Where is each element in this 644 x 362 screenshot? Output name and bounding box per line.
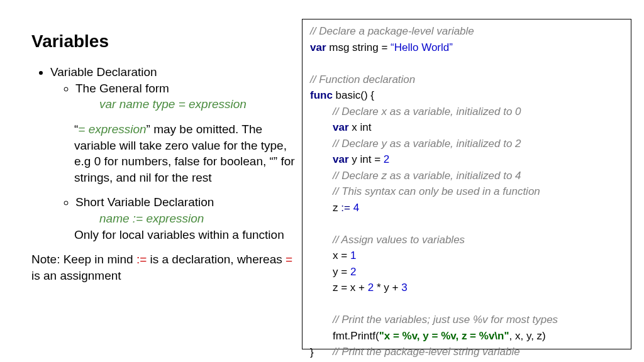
code-line: // Declare x as a variable, initialized … bbox=[310, 104, 623, 120]
code-line: var msg string = “Hello World” bbox=[310, 40, 623, 56]
code-blank-line bbox=[310, 55, 623, 72]
bullet-list-level1: Variable Declaration bbox=[31, 64, 296, 80]
code-line: func basic() { bbox=[310, 87, 623, 104]
code-panel: // Declare a package-level variable var … bbox=[302, 19, 631, 349]
code-line: // Declare z as a variable, initialized … bbox=[310, 168, 623, 184]
short-form-explanation: Only for local variables within a functi… bbox=[31, 227, 296, 243]
bullet-variable-declaration: Variable Declaration bbox=[50, 64, 296, 80]
general-form-syntax: var name type = expression bbox=[31, 96, 296, 112]
slide-left-column: Variables Variable Declaration The Gener… bbox=[13, 19, 302, 349]
slide-title: Variables bbox=[31, 31, 296, 52]
code-line: // Print the variables; just use %v for … bbox=[310, 312, 623, 328]
code-line: // Declare y as a variable, initialized … bbox=[310, 136, 623, 152]
bullet-list-wrapper: The General form bbox=[31, 80, 296, 97]
note-text: Note: Keep in mind := is a declaration, … bbox=[31, 251, 296, 283]
code-line: // Declare a package-level variable bbox=[310, 23, 623, 40]
bullet-short-declaration: Short Variable Declaration bbox=[75, 194, 296, 211]
code-line: z = x + 2 * y + 3 bbox=[310, 280, 623, 296]
code-line: // This syntax can only be used in a fun… bbox=[310, 184, 623, 200]
general-form-explanation: “= expression” may be omitted. The varia… bbox=[31, 121, 296, 186]
short-form-syntax: name := expression bbox=[31, 211, 296, 227]
code-line: // Print the package-level string variab… bbox=[310, 344, 623, 360]
code-line: // Assign values to variables bbox=[310, 232, 623, 248]
code-line: z := 4 bbox=[310, 200, 623, 216]
bullet-list-level2a: The General form bbox=[50, 80, 296, 97]
code-line: // Function declaration bbox=[310, 72, 623, 88]
code-line: y = 2 bbox=[310, 264, 623, 280]
bullet-list-wrapper2: Short Variable Declaration bbox=[31, 194, 296, 211]
bullet-list-level2b: Short Variable Declaration bbox=[50, 194, 296, 211]
code-line: fmt.Printf("x = %v, y = %v, z = %v\n", x… bbox=[310, 328, 623, 344]
code-closing-brace: } bbox=[310, 344, 314, 361]
bullet-general-form: The General form bbox=[75, 80, 296, 97]
code-line: var y int = 2 bbox=[310, 151, 623, 168]
code-blank-line bbox=[310, 296, 623, 312]
code-line: x = 1 bbox=[310, 248, 623, 264]
code-blank-line bbox=[310, 216, 623, 232]
code-line: fmt.Println(msg) bbox=[310, 360, 623, 363]
code-line: var x int bbox=[310, 119, 623, 136]
